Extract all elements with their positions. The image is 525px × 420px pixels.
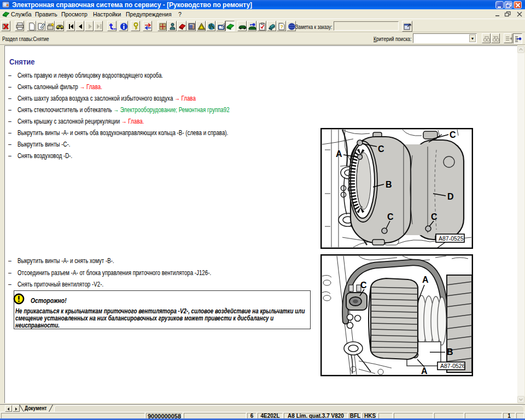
- svg-text:D: D: [447, 192, 454, 201]
- svg-text:C: C: [360, 281, 367, 290]
- svg-text:A: A: [421, 366, 428, 376]
- svg-text:A: A: [422, 275, 429, 284]
- svg-text:A87-0525: A87-0525: [439, 235, 464, 242]
- svg-text:B: B: [447, 347, 453, 357]
- svg-text:B: B: [386, 180, 392, 189]
- svg-text:C: C: [450, 130, 456, 139]
- svg-text:C: C: [431, 212, 438, 221]
- svg-text:C: C: [378, 144, 384, 154]
- svg-text:?: ?: [280, 24, 283, 30]
- svg-text:A: A: [336, 149, 342, 159]
- svg-text:A87-0526: A87-0526: [440, 363, 465, 369]
- svg-text:C: C: [387, 212, 394, 221]
